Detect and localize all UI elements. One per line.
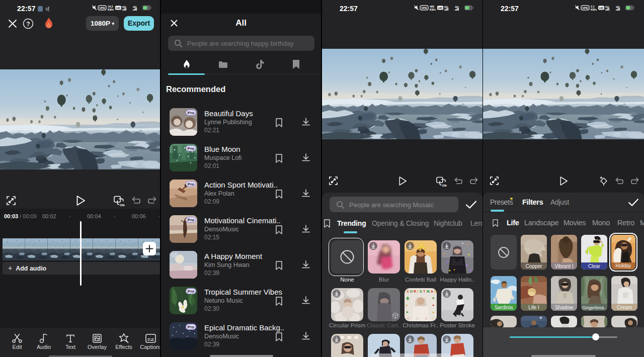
svg-text:Gingerbrea..: Gingerbrea.. xyxy=(582,305,606,310)
svg-text:T: T xyxy=(423,290,426,293)
svg-text:Copper: Copper xyxy=(526,263,542,269)
svg-text:●: ● xyxy=(443,252,445,255)
svg-text:●: ● xyxy=(466,243,468,246)
svg-text:☃: ☃ xyxy=(425,316,428,320)
svg-text:✦: ✦ xyxy=(461,242,464,245)
svg-text:★: ★ xyxy=(432,296,435,300)
svg-text:Shadow: Shadow xyxy=(555,305,574,310)
svg-text:H: H xyxy=(410,290,413,293)
svg-text:Life I: Life I xyxy=(528,305,539,310)
svg-text:★: ★ xyxy=(406,310,409,314)
svg-text:●: ● xyxy=(453,268,455,271)
svg-text:C: C xyxy=(407,290,409,293)
svg-text:Cream: Cream xyxy=(617,305,632,310)
svg-text:●: ● xyxy=(432,310,434,314)
svg-text:Vibrant I: Vibrant I xyxy=(554,263,573,269)
svg-text:M: M xyxy=(427,290,430,293)
svg-text:❤: ❤ xyxy=(469,269,472,272)
svg-text:S: S xyxy=(420,290,422,293)
svg-text:R: R xyxy=(414,290,416,293)
svg-text:❤: ❤ xyxy=(465,264,468,267)
svg-text:Clear: Clear xyxy=(588,263,601,269)
svg-text:A: A xyxy=(431,290,433,293)
svg-text:?: ? xyxy=(26,21,30,28)
svg-text:❤: ❤ xyxy=(446,261,449,264)
svg-text:☃: ☃ xyxy=(432,316,435,320)
svg-text:Sardinia: Sardinia xyxy=(495,305,513,310)
svg-text:☃: ☃ xyxy=(416,316,419,320)
svg-text:●: ● xyxy=(406,303,408,307)
svg-text:★: ★ xyxy=(448,269,451,272)
svg-text:🎄: 🎄 xyxy=(406,296,410,300)
svg-text:I: I xyxy=(417,290,418,293)
svg-text:☃: ☃ xyxy=(407,316,410,320)
svg-text:★: ★ xyxy=(467,253,470,256)
svg-text:Holiday: Holiday xyxy=(616,263,631,269)
svg-text:●: ● xyxy=(432,303,434,307)
